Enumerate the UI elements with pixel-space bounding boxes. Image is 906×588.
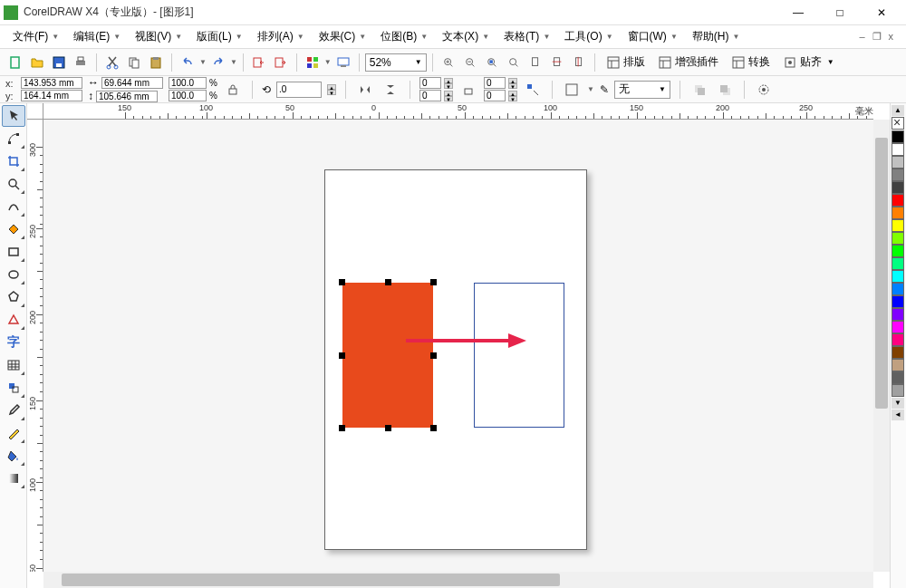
sel-handle-tm[interactable]	[385, 279, 391, 285]
zoom-tool[interactable]	[2, 173, 25, 195]
swatch[interactable]	[892, 321, 904, 333]
undo-button[interactable]	[178, 53, 198, 72]
back-button[interactable]	[715, 80, 735, 100]
zoom-all-button[interactable]	[504, 53, 524, 72]
import-button[interactable]	[249, 53, 269, 72]
mirror-h-button[interactable]	[355, 80, 375, 100]
cut-button[interactable]	[102, 53, 122, 72]
pick-tool[interactable]	[2, 105, 25, 127]
outline-rectangle[interactable]	[474, 283, 564, 428]
rotation-input[interactable]	[276, 82, 322, 98]
enhance-plugin-button[interactable]: 增强插件	[652, 53, 724, 72]
sel-handle-tl[interactable]	[339, 279, 345, 285]
swatch[interactable]	[892, 194, 904, 207]
new-button[interactable]	[5, 53, 25, 72]
zoom-out-button[interactable]	[460, 53, 480, 72]
app-launcher-button[interactable]	[303, 53, 323, 72]
freehand-tool[interactable]	[2, 196, 25, 217]
corner-br-input[interactable]	[484, 90, 506, 101]
swatch[interactable]	[892, 156, 904, 169]
wrap-text-button[interactable]	[562, 80, 582, 100]
swatch[interactable]	[892, 207, 904, 219]
swatch[interactable]	[892, 333, 904, 346]
scale-x-input[interactable]	[169, 77, 207, 89]
menu-help[interactable]: 帮助(H)▼	[687, 26, 746, 47]
interactive-fill-tool[interactable]	[2, 468, 25, 489]
sel-handle-br[interactable]	[430, 425, 437, 431]
menu-bitmap[interactable]: 位图(B)▼	[375, 26, 433, 47]
swatch[interactable]	[892, 384, 904, 397]
crop-tool[interactable]	[2, 150, 25, 172]
sel-handle-bm[interactable]	[385, 425, 391, 431]
scrollbar-vertical[interactable]	[873, 120, 890, 572]
sel-handle-mr[interactable]	[430, 352, 437, 359]
sel-handle-bl[interactable]	[339, 425, 345, 431]
layout-button[interactable]: 排版	[601, 53, 651, 72]
zoom-in-button[interactable]	[439, 53, 458, 72]
y-input[interactable]	[21, 90, 82, 101]
swatch-none[interactable]	[892, 117, 904, 130]
swatch[interactable]	[892, 270, 904, 283]
ellipse-tool[interactable]	[2, 264, 25, 285]
swatch[interactable]	[892, 232, 904, 245]
zoom-page-button[interactable]	[525, 53, 545, 72]
zoom-height-button[interactable]	[569, 53, 589, 72]
swatch[interactable]	[892, 371, 904, 384]
minimize-button[interactable]: —	[777, 0, 819, 25]
corner-lock-button[interactable]	[458, 80, 478, 100]
basic-shapes-tool[interactable]	[2, 309, 25, 331]
menu-edit[interactable]: 编辑(E)▼	[68, 26, 126, 47]
mirror-v-button[interactable]	[381, 80, 400, 100]
save-button[interactable]	[49, 53, 69, 72]
width-input[interactable]	[101, 77, 163, 89]
export-button[interactable]	[271, 53, 291, 72]
swatch[interactable]	[892, 245, 904, 257]
front-button[interactable]	[689, 80, 709, 100]
swatch[interactable]	[892, 130, 904, 143]
table-tool[interactable]	[2, 354, 25, 376]
menu-window[interactable]: 窗口(W)▼	[622, 26, 683, 47]
swatch[interactable]	[892, 283, 904, 295]
height-input[interactable]	[96, 91, 158, 102]
zoom-width-button[interactable]	[547, 53, 567, 72]
palette-down[interactable]: ▼	[892, 398, 904, 409]
ruler-origin[interactable]	[27, 103, 43, 120]
swatch[interactable]	[892, 308, 904, 321]
copy-button[interactable]	[124, 53, 144, 72]
smart-fill-tool[interactable]	[2, 218, 25, 240]
menu-arrange[interactable]: 排列(A)▼	[252, 26, 310, 47]
sel-handle-ml[interactable]	[339, 352, 345, 359]
outline-width-combo[interactable]: 无▼	[614, 81, 670, 99]
eyedropper-tool[interactable]	[2, 400, 25, 421]
menu-view[interactable]: 视图(V)▼	[130, 26, 188, 47]
x-input[interactable]	[21, 77, 82, 89]
spin-down[interactable]: ▼	[327, 90, 336, 95]
shape-tool[interactable]	[2, 128, 25, 149]
corner-bl-input[interactable]	[419, 90, 441, 101]
polygon-tool[interactable]	[2, 286, 25, 308]
menu-layout[interactable]: 版面(L)▼	[191, 26, 248, 47]
interactive-tool[interactable]	[2, 377, 25, 399]
swatch[interactable]	[892, 181, 904, 194]
zoom-selection-button[interactable]	[482, 53, 502, 72]
sel-handle-tr[interactable]	[430, 279, 437, 285]
open-button[interactable]	[27, 53, 47, 72]
canvas-viewport[interactable]: G sy	[43, 120, 873, 572]
scrollbar-horizontal[interactable]	[43, 572, 873, 588]
print-button[interactable]	[71, 53, 91, 72]
scale-y-input[interactable]	[169, 90, 207, 101]
swatch[interactable]	[892, 143, 904, 156]
maximize-button[interactable]: □	[819, 0, 861, 25]
swatch[interactable]	[892, 346, 904, 359]
mdi-minimize[interactable]: –	[859, 31, 864, 43]
outline-tool[interactable]	[2, 422, 25, 444]
menu-effects[interactable]: 效果(C)▼	[313, 26, 372, 47]
rectangle-tool[interactable]	[2, 241, 25, 263]
red-rectangle[interactable]	[342, 283, 433, 428]
convert-button[interactable]: 转换	[726, 53, 776, 72]
palette-expand[interactable]: ◄	[892, 410, 904, 420]
menu-file[interactable]: 文件(F)▼	[7, 26, 64, 47]
text-tool[interactable]: 字	[2, 332, 25, 353]
close-button[interactable]: ✕	[861, 0, 902, 25]
ruler-vertical[interactable]: 300250200150100500	[27, 120, 43, 572]
